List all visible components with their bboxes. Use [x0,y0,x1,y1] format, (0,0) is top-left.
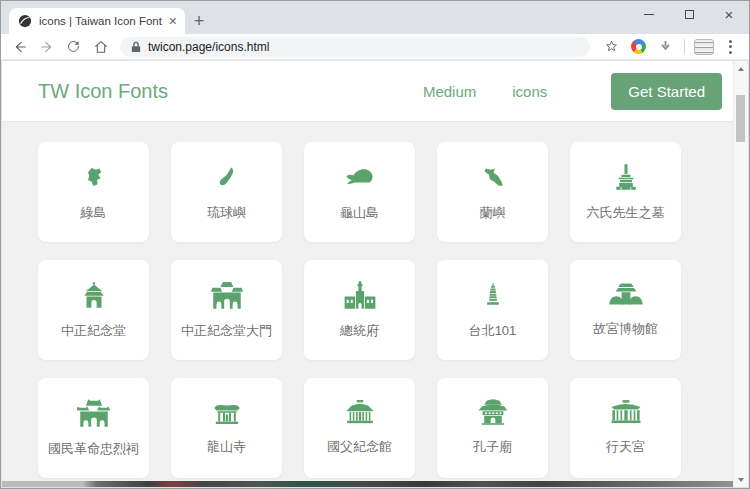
xingtian-temple-icon [609,398,643,426]
martyrs-shrine-icon [77,398,111,428]
card-label: 故宮博物館 [593,320,658,338]
turtle-island-icon [344,162,376,192]
extension-button[interactable] [625,35,652,59]
web-page: TW Icon Fonts Medium icons Get Started 綠… [2,61,748,487]
three-dot-menu-icon [729,40,732,54]
card-label: 總統府 [340,322,379,340]
orchid-island-icon [481,162,505,192]
profile-button[interactable] [690,35,717,59]
green-island-icon [82,162,106,192]
reload-button[interactable] [60,35,87,59]
icon-card-orchid-island[interactable]: 蘭嶼 [437,142,548,242]
site-brand[interactable]: TW Icon Fonts [38,80,168,103]
nav-link-medium[interactable]: Medium [423,83,476,100]
icon-card-tomb[interactable]: 六氏先生之墓 [570,142,681,242]
lock-icon [131,41,141,53]
taipei-101-icon [480,280,506,310]
confucius-temple-icon [477,398,509,426]
icon-card-martyrs-shrine[interactable]: 國民革命忠烈祠 [38,378,149,478]
card-label: 行天宮 [606,438,645,456]
icon-card-xingtian-temple[interactable]: 行天宮 [570,378,681,478]
icon-card-sys-memorial[interactable]: 國父紀念館 [304,378,415,478]
maximize-button[interactable] [669,1,709,27]
browser-window: icons | Taiwan Icon Font × + × [0,0,750,489]
tomb-of-six-gentlemen-icon [611,162,641,192]
reload-icon [66,39,81,54]
icon-card-taipei101[interactable]: 台北101 [437,260,548,360]
scrollbar-thumb[interactable] [736,95,745,142]
icon-card-palace-museum[interactable]: 故宮博物館 [570,260,681,360]
star-icon [604,39,619,54]
scroll-down-button[interactable] [734,472,748,487]
url-text: twicon.page/icons.html [148,40,269,54]
card-label: 琉球嶼 [207,204,246,222]
card-label: 國父紀念館 [327,438,392,456]
card-label: 中正紀念堂 [61,322,126,340]
card-label: 蘭嶼 [480,204,506,222]
card-label: 國民革命忠烈祠 [48,440,139,458]
forward-button[interactable] [33,35,60,59]
browser-tab[interactable]: icons | Taiwan Icon Font × [9,8,185,34]
browser-toolbar: twicon.page/icons.html [1,34,749,60]
get-started-button[interactable]: Get Started [611,73,722,110]
card-label: 六氏先生之墓 [587,204,665,222]
minimize-button[interactable] [629,1,669,27]
forward-arrow-icon [39,39,55,55]
download-arrow-icon [658,39,673,54]
palace-museum-icon [608,280,644,308]
profile-avatar [694,39,714,55]
card-label: 龍山寺 [207,438,246,456]
scroll-up-button[interactable] [734,61,748,76]
icon-card-green-island[interactable]: 綠島 [38,142,149,242]
card-label: 龜山島 [340,204,379,222]
longshan-temple-icon [211,398,243,426]
sun-yat-sen-memorial-icon [344,398,376,426]
window-controls: × [629,1,749,27]
close-button[interactable]: × [709,1,749,27]
home-icon [93,39,109,55]
scroll-down-arrow-icon [738,478,744,482]
site-favicon-icon [18,14,32,28]
icon-card-cks-hall[interactable]: 中正紀念堂 [38,260,149,360]
chrome-menu-button[interactable] [717,35,744,59]
tab-title: icons | Taiwan Icon Font [39,15,162,27]
card-label: 綠島 [81,204,107,222]
icon-card-lamay-island[interactable]: 琉球嶼 [171,142,282,242]
bookmark-button[interactable] [598,35,625,59]
scroll-up-arrow-icon [738,67,744,71]
page-content: TW Icon Fonts Medium icons Get Started 綠… [2,61,733,487]
new-tab-button[interactable]: + [185,8,213,34]
next-section-peek [2,481,733,487]
site-header: TW Icon Fonts Medium icons Get Started [2,61,733,122]
card-label: 孔子廟 [473,438,512,456]
back-button[interactable] [6,35,33,59]
cks-memorial-gate-icon [210,280,244,310]
icon-card-confucius-temple[interactable]: 孔子廟 [437,378,548,478]
presidential-office-icon [343,280,377,310]
icon-card-longshan-temple[interactable]: 龍山寺 [171,378,282,478]
lamay-island-icon [215,162,239,192]
card-label: 台北101 [469,322,517,340]
toolbar-separator [684,39,685,54]
extension-icon [631,39,646,54]
icon-card-turtle-island[interactable]: 龜山島 [304,142,415,242]
cks-memorial-hall-icon [79,280,109,310]
downloads-button[interactable] [652,35,679,59]
nav-link-icons[interactable]: icons [512,83,547,100]
tab-strip: icons | Taiwan Icon Font × + × [1,1,749,34]
site-nav: Medium icons Get Started [423,73,722,110]
back-arrow-icon [12,39,28,55]
tab-close-icon[interactable]: × [169,14,177,28]
icon-grid: 綠島 琉球嶼 龜山島 [2,122,733,478]
icon-card-presidential-office[interactable]: 總統府 [304,260,415,360]
page-scrollbar[interactable] [733,61,748,487]
card-label: 中正紀念堂大門 [181,322,272,340]
home-button[interactable] [87,35,114,59]
address-bar[interactable]: twicon.page/icons.html [120,37,590,57]
icon-card-cks-gate[interactable]: 中正紀念堂大門 [171,260,282,360]
